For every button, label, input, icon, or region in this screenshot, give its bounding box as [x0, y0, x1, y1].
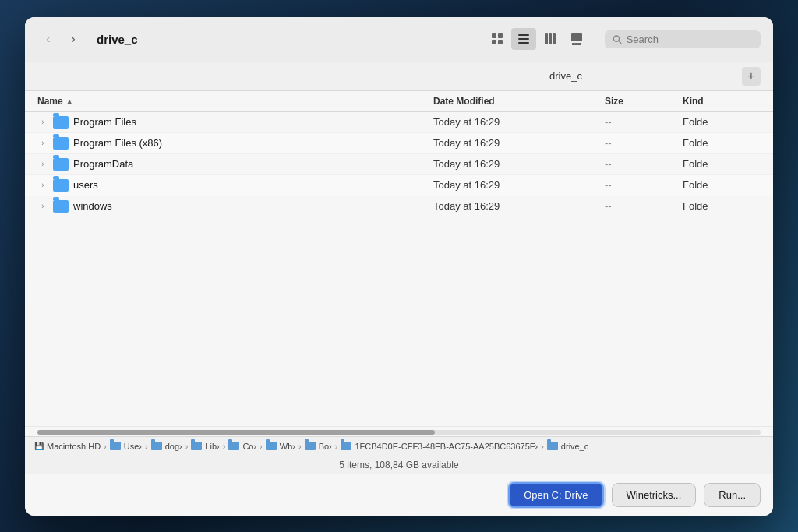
table-row[interactable]: › windows Today at 16:29 -- Folde	[25, 196, 773, 217]
file-date: Today at 16:29	[433, 179, 605, 191]
table-row[interactable]: › ProgramData Today at 16:29 -- Folde	[25, 154, 773, 175]
finder-window: ‹ › drive_c	[25, 17, 773, 516]
breadcrumb-separator: ›	[185, 442, 189, 451]
file-name-text: windows	[73, 200, 112, 212]
file-kind: Folde	[683, 116, 761, 128]
file-name-cell: › Program Files	[37, 116, 433, 129]
add-button[interactable]: +	[742, 67, 761, 86]
breadcrumb-item[interactable]: drive_c	[547, 442, 588, 451]
svg-rect-0	[492, 33, 496, 38]
file-kind: Folde	[683, 158, 761, 170]
forward-icon: ›	[71, 32, 75, 46]
breadcrumb-separator: ›	[145, 442, 148, 451]
sort-icon: ▲	[66, 97, 73, 105]
winetricks-button[interactable]: Winetricks...	[612, 483, 697, 507]
search-input[interactable]	[627, 33, 753, 45]
file-name-cell: › Program Files (x86)	[37, 137, 433, 150]
table-row[interactable]: › Program Files Today at 16:29 -- Folde	[25, 112, 773, 133]
file-size: --	[605, 137, 683, 149]
breadcrumb-item[interactable]: Co›	[228, 442, 256, 451]
svg-rect-4	[518, 34, 529, 36]
breadcrumb-item[interactable]: dog›	[151, 442, 182, 451]
file-size: --	[605, 116, 683, 128]
hd-icon: 💾	[34, 442, 44, 450]
svg-rect-6	[518, 42, 529, 44]
file-kind: Folde	[683, 179, 761, 191]
file-date: Today at 16:29	[433, 116, 605, 128]
breadcrumb-label: Macintosh HD	[47, 442, 101, 451]
table-row[interactable]: › Program Files (x86) Today at 16:29 -- …	[25, 133, 773, 154]
path-title: drive_c	[390, 70, 742, 82]
svg-line-15	[619, 41, 621, 43]
search-box[interactable]	[605, 30, 761, 48]
breadcrumb-label: 1FCB4D0E-CFF3-48FB-AC75-AA25BC63675F›	[355, 442, 538, 451]
breadcrumb-separator: ›	[541, 442, 544, 451]
folder-icon	[53, 137, 69, 150]
chevron-icon: ›	[37, 139, 48, 147]
table-body: › Program Files Today at 16:29 -- Folde …	[25, 112, 773, 426]
file-kind: Folde	[683, 137, 761, 149]
gallery-view-button[interactable]	[564, 28, 589, 50]
column-view-button[interactable]	[538, 28, 563, 50]
col-kind-header[interactable]: Kind	[683, 96, 761, 107]
toolbar: ‹ › drive_c	[25, 17, 773, 62]
mini-folder-icon	[305, 442, 316, 450]
run-button[interactable]: Run...	[704, 483, 761, 507]
list-icon	[517, 32, 531, 46]
breadcrumb-item[interactable]: 1FCB4D0E-CFF3-48FB-AC75-AA25BC63675F›	[341, 442, 538, 451]
breadcrumb-separator: ›	[298, 442, 302, 451]
file-date: Today at 16:29	[433, 137, 605, 149]
file-name-text: users	[73, 179, 98, 191]
view-buttons	[485, 28, 589, 50]
file-size: --	[605, 200, 683, 212]
grid-view-button[interactable]	[485, 28, 510, 50]
bottom-bar: Open C: Drive Winetricks... Run...	[25, 474, 773, 516]
forward-button[interactable]: ›	[62, 28, 84, 50]
breadcrumb-label: dog›	[165, 442, 182, 451]
file-name-text: Program Files	[73, 116, 136, 128]
breadcrumb-bar: 💾Macintosh HD›Use››dog››Lib››Co››Wh››Bo›…	[25, 436, 773, 456]
table-header: Name ▲ Date Modified Size Kind	[25, 91, 773, 112]
scrollbar-track[interactable]	[37, 430, 761, 435]
breadcrumb-label: drive_c	[561, 442, 588, 451]
svg-rect-13	[578, 43, 581, 45]
file-date: Today at 16:29	[433, 200, 605, 212]
list-view-button[interactable]	[511, 28, 536, 50]
breadcrumb-item[interactable]: Wh›	[266, 442, 295, 451]
open-c-drive-button[interactable]: Open C: Drive	[508, 482, 603, 508]
back-button[interactable]: ‹	[37, 28, 59, 50]
file-name-cell: › users	[37, 179, 433, 192]
mini-folder-icon	[341, 442, 351, 450]
path-header: drive_c +	[25, 62, 773, 91]
breadcrumb-label: Co›	[242, 442, 256, 451]
mini-folder-icon	[151, 442, 162, 450]
col-date-header[interactable]: Date Modified	[433, 96, 605, 107]
window-title: drive_c	[97, 33, 138, 46]
file-name-text: Program Files (x86)	[73, 137, 162, 149]
svg-rect-7	[545, 33, 548, 44]
file-table: Name ▲ Date Modified Size Kind › Program…	[25, 91, 773, 426]
file-size: --	[605, 179, 683, 191]
chevron-icon: ›	[37, 202, 48, 210]
file-name-cell: › windows	[37, 200, 433, 213]
table-row[interactable]: › users Today at 16:29 -- Folde	[25, 175, 773, 196]
col-size-header[interactable]: Size	[605, 96, 683, 107]
chevron-icon: ›	[37, 118, 48, 126]
folder-icon	[53, 179, 69, 192]
breadcrumb-item[interactable]: Bo›	[305, 442, 332, 451]
breadcrumb-item[interactable]: Use›	[110, 442, 142, 451]
search-icon	[613, 34, 622, 44]
file-name-text: ProgramData	[73, 158, 133, 170]
mini-folder-icon	[266, 442, 277, 450]
scrollbar-thumb[interactable]	[37, 430, 435, 435]
file-size: --	[605, 158, 683, 170]
col-name-header[interactable]: Name ▲	[37, 96, 433, 107]
chevron-icon: ›	[37, 181, 48, 189]
scrollbar-area	[25, 426, 773, 436]
breadcrumb-label: Bo›	[319, 442, 332, 451]
breadcrumb-label: Wh›	[280, 442, 295, 451]
back-icon: ‹	[46, 32, 50, 46]
breadcrumb-item[interactable]: Lib›	[191, 442, 219, 451]
breadcrumb-separator: ›	[260, 442, 263, 451]
breadcrumb-item[interactable]: 💾Macintosh HD	[34, 442, 101, 451]
